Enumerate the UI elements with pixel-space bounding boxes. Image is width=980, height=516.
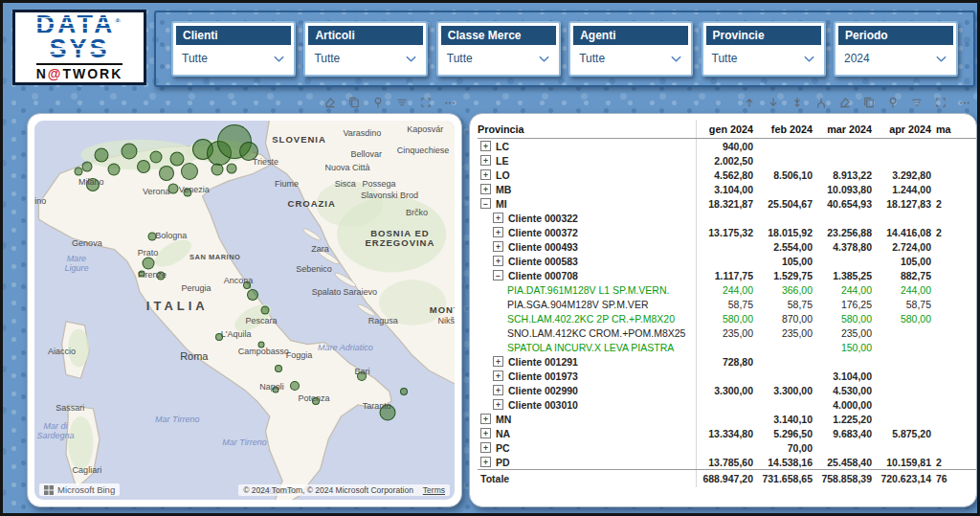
map-bubble[interactable]	[239, 142, 258, 161]
map-bubble[interactable]	[95, 147, 109, 162]
drill-up-icon[interactable]	[743, 96, 756, 109]
logo-sys-text: SYS	[35, 37, 122, 61]
map-bubble[interactable]	[167, 184, 178, 194]
eraser-icon[interactable]	[838, 96, 852, 109]
column-header[interactable]: ma	[934, 123, 972, 135]
map-bubble[interactable]	[215, 333, 223, 341]
expand-toggle[interactable]: +	[493, 256, 503, 266]
map-bubble[interactable]	[400, 388, 408, 395]
expand-toggle[interactable]: +	[480, 428, 491, 438]
chevron-down-icon[interactable]	[803, 55, 815, 63]
map-bubble[interactable]	[86, 178, 100, 191]
map-bubble[interactable]	[211, 164, 223, 176]
expand-toggle[interactable]: +	[480, 457, 491, 467]
map-bubble[interactable]	[181, 163, 198, 180]
column-header[interactable]: feb 2024	[756, 123, 815, 135]
expand-toggle[interactable]: +	[493, 241, 503, 252]
expand-toggle[interactable]: +	[480, 169, 491, 180]
value-cell: 1.385,25	[815, 270, 875, 281]
focus-icon[interactable]	[934, 96, 947, 109]
map-bubble[interactable]	[138, 271, 145, 278]
column-header-provincia[interactable]: Provincia	[478, 120, 697, 138]
collapse-toggle[interactable]: −	[493, 270, 503, 280]
map-bubble[interactable]	[142, 257, 154, 269]
slicer-dropdown[interactable]: Tutte	[173, 45, 294, 75]
value-cell: 5.296,50	[756, 428, 815, 439]
expand-toggle[interactable]: +	[480, 141, 491, 151]
slicer-dropdown[interactable]: 2024	[835, 45, 956, 75]
focus-icon[interactable]	[419, 96, 433, 109]
column-header[interactable]: apr 2024	[875, 123, 934, 135]
map-bubble[interactable]	[227, 163, 237, 173]
chevron-down-icon[interactable]	[405, 55, 417, 63]
map-bubble[interactable]	[159, 166, 174, 181]
column-header[interactable]: gen 2024	[697, 123, 756, 135]
filter-icon[interactable]	[910, 96, 924, 109]
map-bubble[interactable]	[312, 397, 320, 405]
row-label: PC	[496, 442, 510, 454]
expand-toggle[interactable]: +	[493, 385, 503, 395]
value-cell: 9.683,40	[815, 428, 875, 439]
chevron-down-icon[interactable]	[935, 55, 947, 63]
copy-icon[interactable]	[347, 96, 361, 109]
row-header-cell: +Cliente 001291	[478, 354, 697, 369]
pin-icon[interactable]	[371, 96, 385, 109]
map-bubble[interactable]	[121, 143, 137, 159]
map-bubble[interactable]	[243, 281, 251, 289]
expand-next-level-icon[interactable]	[791, 96, 804, 109]
collapse-toggle[interactable]: −	[480, 198, 491, 209]
map-bubble[interactable]	[150, 150, 163, 163]
map-bubble[interactable]	[290, 381, 300, 391]
chevron-down-icon[interactable]	[670, 55, 682, 63]
map-bubble[interactable]	[275, 365, 282, 372]
row-header-cell: +Cliente 003010	[478, 397, 697, 412]
expand-toggle[interactable]: +	[493, 370, 503, 381]
map-bubble[interactable]	[357, 371, 367, 381]
map-bubble[interactable]	[273, 387, 279, 393]
expand-toggle[interactable]: +	[493, 227, 503, 237]
map-bubble[interactable]	[184, 189, 192, 197]
expand-toggle[interactable]: +	[480, 184, 491, 194]
drill-down-icon[interactable]	[767, 96, 780, 109]
map-bubble[interactable]	[75, 168, 83, 176]
more-icon[interactable]	[958, 96, 971, 109]
map-bubble[interactable]	[170, 151, 185, 166]
column-header[interactable]: mar 2024	[815, 123, 875, 135]
row-header-cell: +PC	[478, 440, 697, 455]
value-cell: 176,25	[815, 299, 875, 310]
more-icon[interactable]	[443, 96, 457, 109]
map-visual[interactable]: SLOVENIACROAZIABOSNIA ED ERZEGOVINAMONTE…	[34, 121, 455, 500]
expand-toggle[interactable]: +	[480, 442, 491, 453]
pin-icon[interactable]	[886, 96, 900, 109]
map-bubble[interactable]	[258, 341, 265, 348]
chevron-down-icon[interactable]	[538, 55, 550, 63]
expand-toggle[interactable]: +	[493, 356, 503, 367]
map-bubble[interactable]	[247, 289, 258, 301]
expand-toggle[interactable]: +	[480, 414, 491, 424]
chevron-down-icon[interactable]	[273, 55, 285, 63]
slicer-dropdown[interactable]: Tutte	[703, 45, 824, 75]
slicer-dropdown[interactable]: Tutte	[438, 45, 559, 75]
map-bubble[interactable]	[108, 164, 121, 176]
map-bubble[interactable]	[81, 161, 92, 171]
expand-toggle[interactable]: +	[493, 399, 503, 410]
copy-icon[interactable]	[862, 96, 876, 109]
map-bubble[interactable]	[156, 272, 165, 280]
eraser-icon[interactable]	[323, 96, 337, 109]
map-bubble[interactable]	[261, 306, 270, 315]
map-bubble[interactable]	[147, 232, 156, 240]
slicer-dropdown[interactable]: Tutte	[570, 45, 691, 75]
row-label: Cliente 000322	[508, 213, 578, 224]
terms-link[interactable]: Terms	[423, 485, 445, 495]
matrix-header-row: Provinciagen 2024feb 2024mar 2024apr 202…	[478, 120, 976, 139]
expand-toggle[interactable]: +	[480, 155, 491, 166]
map-bubble[interactable]	[379, 404, 395, 420]
slicer-agenti: AgentiTutte	[568, 21, 693, 77]
slicer-dropdown[interactable]: Tutte	[305, 45, 426, 75]
expand-all-icon[interactable]	[814, 96, 828, 109]
map-bubble[interactable]	[137, 160, 150, 173]
filter-icon[interactable]	[395, 96, 409, 109]
expand-toggle[interactable]: +	[493, 213, 503, 223]
row-header-cell: SNO.LAM.412KC CROM.+POM.M8X25	[478, 325, 697, 340]
value-cell: 728,80	[697, 356, 756, 368]
